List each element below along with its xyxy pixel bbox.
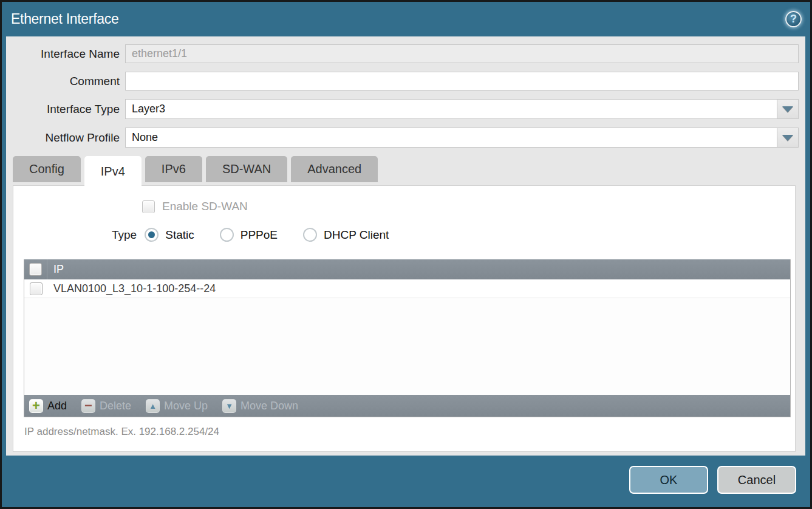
table-toolbar: + Add − Delete ▲ Move Up ▼ Move Down — [24, 395, 790, 417]
interface-type-value: Layer3 — [132, 103, 777, 115]
row-ip-value: VLAN0100_L3_10-1-100-254--24 — [47, 282, 216, 295]
enable-sdwan-label: Enable SD-WAN — [162, 200, 248, 213]
delete-button[interactable]: − Delete — [81, 399, 131, 413]
radio-pppoe[interactable] — [220, 228, 234, 242]
radio-static[interactable] — [145, 228, 159, 242]
dialog-body: Interface Name Comment Interface Type La… — [6, 36, 805, 456]
enable-sdwan-checkbox[interactable] — [142, 200, 155, 213]
interface-name-field-wrap — [125, 44, 799, 63]
delete-button-label: Delete — [100, 400, 131, 412]
table-row[interactable]: VLAN0100_L3_10-1-100-254--24 — [24, 279, 790, 298]
radio-dhcp-client[interactable] — [303, 228, 317, 242]
move-down-button-label: Move Down — [241, 400, 298, 412]
radio-static-label: Static — [165, 228, 194, 242]
row-checkbox[interactable] — [30, 282, 43, 295]
comment-label: Comment — [6, 75, 125, 88]
netflow-profile-row: Netflow Profile None — [6, 128, 799, 148]
tab-ipv6[interactable]: IPv6 — [145, 156, 202, 182]
ip-column-header: IP — [47, 263, 64, 276]
table-empty-area — [24, 298, 790, 395]
netflow-profile-select[interactable]: None — [125, 128, 799, 148]
move-up-button[interactable]: ▲ Move Up — [146, 399, 208, 413]
chevron-down-icon — [782, 106, 793, 112]
netflow-profile-label: Netflow Profile — [6, 131, 125, 145]
comment-field-wrap — [125, 72, 799, 91]
type-label: Type — [112, 228, 137, 242]
ipv4-tab-panel: Enable SD-WAN Type Static PPPoE DHCP Cli… — [13, 185, 796, 452]
dialog-footer: OK Cancel — [2, 456, 810, 507]
enable-sdwan-row: Enable SD-WAN — [142, 200, 795, 213]
arrow-up-icon: ▲ — [146, 399, 160, 413]
ip-table-header: IP — [24, 259, 790, 279]
select-all-checkbox[interactable] — [29, 263, 42, 276]
header-checkbox-cell — [24, 259, 47, 279]
interface-name-row: Interface Name — [6, 44, 799, 63]
interface-type-row: Interface Type Layer3 — [6, 99, 799, 119]
interface-type-label: Interface Type — [6, 103, 125, 116]
ethernet-interface-dialog: Ethernet Interface ? Interface Name Comm… — [0, 0, 812, 509]
interface-name-label: Interface Name — [6, 47, 125, 61]
move-down-button[interactable]: ▼ Move Down — [222, 399, 298, 413]
arrow-down-icon: ▼ — [222, 399, 236, 413]
interface-name-input — [126, 45, 798, 63]
ip-format-hint: IP address/netmask. Ex. 192.168.2.254/24 — [24, 426, 795, 438]
netflow-profile-dropdown-button[interactable] — [777, 128, 798, 147]
comment-row: Comment — [6, 72, 799, 91]
add-button-label: Add — [47, 400, 67, 412]
move-up-button-label: Move Up — [164, 400, 208, 412]
tab-strip: Config IPv4 IPv6 SD-WAN Advanced — [13, 156, 805, 186]
row-checkbox-cell — [24, 282, 47, 295]
cancel-button[interactable]: Cancel — [717, 466, 796, 494]
minus-icon: − — [81, 399, 95, 413]
tab-ipv4[interactable]: IPv4 — [84, 156, 142, 186]
ok-button[interactable]: OK — [629, 466, 708, 494]
chevron-down-icon — [782, 135, 793, 141]
dialog-title: Ethernet Interface — [11, 11, 118, 27]
tab-sdwan[interactable]: SD-WAN — [206, 156, 287, 182]
netflow-profile-value: None — [132, 131, 777, 144]
tab-config[interactable]: Config — [13, 156, 81, 182]
help-icon[interactable]: ? — [785, 11, 802, 27]
radio-pppoe-label: PPPoE — [241, 228, 278, 242]
plus-icon: + — [29, 399, 43, 413]
add-button[interactable]: + Add — [29, 399, 67, 413]
ip-table: IP VLAN0100_L3_10-1-100-254--24 + Add — [24, 259, 791, 417]
type-radio-group: Type Static PPPoE DHCP Client — [112, 228, 795, 242]
interface-type-dropdown-button[interactable] — [777, 100, 798, 118]
dialog-titlebar: Ethernet Interface ? — [2, 2, 810, 36]
radio-dhcp-client-label: DHCP Client — [324, 228, 389, 242]
comment-input[interactable] — [126, 72, 798, 90]
tab-advanced[interactable]: Advanced — [291, 156, 378, 182]
interface-type-select[interactable]: Layer3 — [125, 99, 799, 119]
